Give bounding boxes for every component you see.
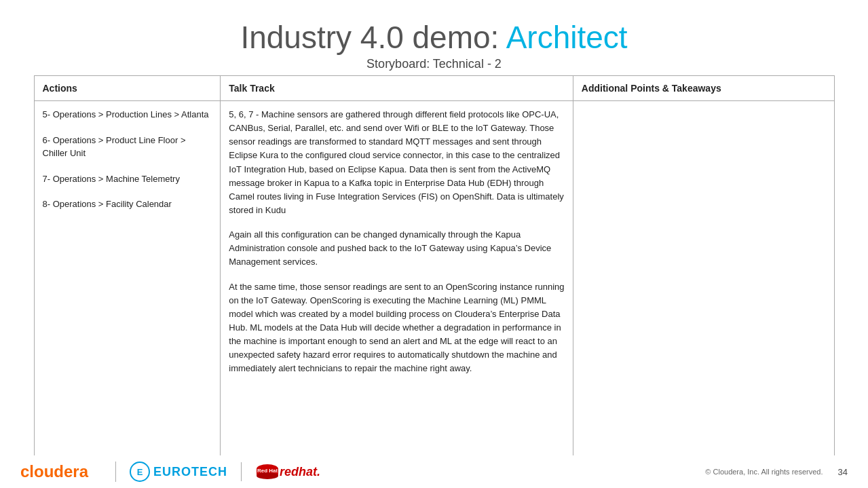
- redhat-text: redhat.: [280, 465, 320, 479]
- slide-header: Industry 4.0 demo: Architect Storyboard:…: [240, 19, 627, 71]
- eurotech-circle-icon: E: [130, 462, 150, 482]
- content-table: Actions Talk Track Additional Points & T…: [34, 75, 835, 488]
- action-item-3: 7- Operations > Machine Telemetry: [43, 172, 212, 186]
- talk-para-1: 5, 6, 7 - Machine sensors are gathered t…: [229, 108, 565, 217]
- action-item-4: 8- Operations > Facility Calendar: [43, 198, 212, 211]
- page-number: 34: [838, 467, 848, 477]
- footer-right: © Cloudera, Inc. All rights reserved. 34: [705, 467, 848, 477]
- svg-text:cloudera: cloudera: [20, 462, 89, 481]
- action-item-2: 6- Operations > Product Line Floor > Chi…: [43, 134, 212, 160]
- title-accent: Architect: [506, 20, 628, 55]
- slide-subtitle: Storyboard: Technical - 2: [240, 57, 627, 71]
- talk-para-2: Again all this configuration can be chan…: [229, 228, 565, 269]
- svg-text:Red Hat: Red Hat: [257, 468, 278, 474]
- talk-cell: 5, 6, 7 - Machine sensors are gathered t…: [221, 101, 573, 488]
- talk-para-3: At the same time, those sensor readings …: [229, 280, 565, 376]
- additional-cell: [573, 101, 834, 488]
- footer: cloudera E EUROTECH Red Hat redhat.: [0, 455, 868, 488]
- footer-logos: cloudera E EUROTECH Red Hat redhat.: [20, 461, 320, 483]
- eurotech-text: EUROTECH: [153, 465, 227, 479]
- table-row: 5- Operations > Production Lines > Atlan…: [34, 101, 834, 488]
- cloudera-logo: cloudera: [20, 461, 102, 483]
- action-item-1: 5- Operations > Production Lines > Atlan…: [43, 108, 212, 121]
- actions-cell: 5- Operations > Production Lines > Atlan…: [34, 101, 221, 488]
- eurotech-logo: E EUROTECH: [115, 462, 227, 482]
- redhat-logo: Red Hat redhat.: [241, 462, 320, 481]
- col-header-additional: Additional Points & Takeaways: [573, 76, 834, 101]
- main-content: Actions Talk Track Additional Points & T…: [34, 75, 835, 488]
- copyright-text: © Cloudera, Inc. All rights reserved.: [705, 468, 823, 476]
- col-header-actions: Actions: [34, 76, 221, 101]
- col-header-talk: Talk Track: [221, 76, 573, 101]
- slide-title: Industry 4.0 demo: Architect: [240, 19, 627, 56]
- redhat-icon: Red Hat: [255, 462, 280, 481]
- slide: Industry 4.0 demo: Architect Storyboard:…: [0, 0, 868, 488]
